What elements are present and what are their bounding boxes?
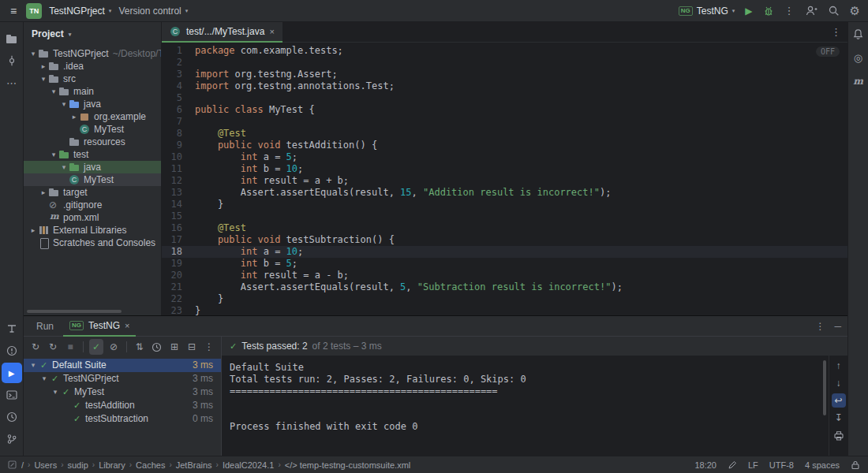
project-tree-item[interactable]: ▾java	[24, 161, 161, 173]
project-toolwindow-button[interactable]	[2, 28, 22, 49]
maven-icon[interactable]: m	[853, 76, 863, 87]
run-button[interactable]: ▶	[745, 6, 752, 16]
code-line[interactable]: 23}	[162, 305, 847, 315]
show-passed-toggle[interactable]: ✓	[89, 339, 103, 355]
code-line[interactable]: 15	[162, 210, 847, 222]
run-panel-options-icon[interactable]: ⋮	[815, 321, 825, 332]
editor-tab-mytest[interactable]: test/.../MyTest.java ×	[162, 22, 282, 43]
edit-pencil-icon[interactable]	[728, 460, 737, 470]
settings-gear-icon[interactable]: ⚙	[850, 5, 860, 17]
tree-chevron-icon[interactable]: ▸	[69, 110, 79, 123]
code-line[interactable]: 2	[162, 57, 847, 69]
vcs-widget[interactable]: Version control ▾	[118, 6, 188, 17]
horizontal-scrollbar[interactable]	[27, 310, 122, 313]
notifications-bell-icon[interactable]	[852, 28, 864, 40]
code-line[interactable]: 20 int result = a - b;	[162, 270, 847, 281]
code-line[interactable]: 19 int b = 5;	[162, 258, 847, 270]
project-selector[interactable]: TestNGPrject ▾	[49, 6, 111, 17]
code-line[interactable]: 22 }	[162, 293, 847, 305]
console-scrollbar[interactable]	[823, 360, 826, 415]
run-config-selector[interactable]: NG TestNG ▾	[679, 6, 735, 17]
breadcrumb-item[interactable]: Caches	[136, 460, 165, 470]
print-button[interactable]	[832, 428, 846, 442]
rerun-tests-button[interactable]: ↻	[28, 339, 43, 355]
breadcrumb-item[interactable]: Library	[99, 460, 125, 470]
code-line[interactable]: 8 @Test	[162, 128, 847, 140]
code-line[interactable]: 18 int a = 10;	[162, 246, 847, 258]
more-actions-button[interactable]: ⋮	[784, 6, 795, 16]
coverage-icon[interactable]: ◎	[854, 52, 862, 64]
project-tree-item[interactable]: MyTest	[24, 173, 161, 186]
code-line[interactable]: 4import org.testng.annotations.Test;	[162, 80, 847, 92]
code-line[interactable]: 1package com.example.tests;	[162, 45, 847, 57]
code-line[interactable]: 5	[162, 92, 847, 104]
hide-panel-icon[interactable]: ─	[834, 321, 841, 332]
breadcrumb-item[interactable]: /	[21, 460, 24, 470]
project-tree-item[interactable]: ▸External Libraries	[24, 224, 161, 236]
project-tree-item[interactable]: ▾TestNGPrject~/Desktop/Te	[24, 47, 161, 60]
breadcrumb-item[interactable]: sudip	[67, 460, 88, 470]
tab-testng[interactable]: NG TestNG ×	[63, 316, 136, 337]
problems-toolwindow-button[interactable]	[2, 341, 22, 361]
test-tree-item[interactable]: ▾✓MyTest3 ms	[24, 385, 221, 399]
test-tree-item[interactable]: ✓testAddition3 ms	[24, 399, 221, 412]
scroll-to-end-button[interactable]: ↧	[832, 411, 846, 425]
scroll-up-button[interactable]: ↑	[832, 359, 846, 373]
rerun-failed-tests-button[interactable]: ↻	[46, 339, 60, 355]
close-tab-icon[interactable]: ×	[125, 321, 129, 330]
project-tree-item[interactable]: pom.xml	[24, 211, 161, 224]
tree-chevron-icon[interactable]: ▾	[49, 85, 58, 98]
run-toolwindow-button[interactable]: ▶	[2, 363, 22, 383]
tree-chevron-icon[interactable]: ▸	[39, 186, 48, 199]
code-line[interactable]: 16 @Test	[162, 222, 847, 234]
breadcrumb-file[interactable]: </>temp-testng-customsuite.xml	[285, 460, 411, 470]
project-tree-item[interactable]: MyTest	[24, 123, 161, 136]
tree-chevron-icon[interactable]: ▾	[51, 385, 60, 399]
tree-chevron-icon[interactable]: ▸	[28, 224, 38, 236]
git-toolwindow-button[interactable]	[2, 429, 22, 449]
project-tree-item[interactable]: Scratches and Consoles	[24, 236, 161, 249]
breadcrumb-item[interactable]: IdealC2024.1	[223, 460, 274, 470]
code-line[interactable]: 13 Assert.assertEquals(result, 15, "Addi…	[162, 187, 847, 199]
more-toolwindows-button[interactable]: ⋯	[2, 73, 22, 93]
close-tab-icon[interactable]: ×	[269, 27, 274, 36]
scroll-down-button[interactable]: ↓	[832, 376, 846, 390]
test-tree-item[interactable]: ✓testSubtraction0 ms	[24, 412, 221, 426]
tab-options-icon[interactable]: ⋮	[831, 26, 841, 38]
code-line[interactable]: 9 public void testAddition() {	[162, 140, 847, 151]
project-tree-item[interactable]: ▸.idea	[24, 60, 161, 73]
project-badge[interactable]: TN	[26, 3, 42, 19]
code-with-me-button[interactable]	[805, 5, 817, 17]
indent-widget[interactable]: 4 spaces	[805, 460, 840, 470]
sort-alphabetically-button[interactable]: ⇅	[133, 339, 147, 355]
stop-button[interactable]: ■	[63, 339, 77, 355]
tree-chevron-icon[interactable]: ▾	[28, 359, 38, 372]
readonly-lock-icon[interactable]	[851, 460, 860, 470]
breadcrumb-item[interactable]: Users	[34, 460, 57, 470]
inspections-widget[interactable]: OFF	[816, 47, 840, 57]
collapse-all-button[interactable]: ⊟	[185, 339, 199, 355]
main-menu-icon[interactable]: ≡	[8, 5, 19, 17]
code-area[interactable]: OFF 1package com.example.tests;23import …	[162, 43, 847, 315]
tree-chevron-icon[interactable]: ▾	[59, 98, 69, 110]
project-tree-item[interactable]: ▾main	[24, 85, 161, 98]
code-line[interactable]: 17 public void testSubtraction() {	[162, 234, 847, 246]
console-output[interactable]: Default SuiteTotal tests run: 2, Passes:…	[222, 356, 829, 456]
tree-chevron-icon[interactable]: ▾	[39, 73, 48, 85]
test-options-icon[interactable]: ⋮	[202, 339, 216, 355]
project-tree-item[interactable]: ▾java	[24, 98, 161, 110]
commit-toolwindow-button[interactable]	[2, 50, 22, 71]
tree-chevron-icon[interactable]: ▸	[39, 60, 48, 73]
project-tree-item[interactable]: ▾test	[24, 148, 161, 161]
tab-run[interactable]: Run	[30, 316, 60, 337]
search-everywhere-button[interactable]	[828, 5, 840, 17]
build-toolwindow-button[interactable]	[2, 318, 22, 339]
encoding-widget[interactable]: UTF-8	[769, 460, 794, 470]
project-tree-item[interactable]: resources	[24, 136, 161, 148]
clock-widget[interactable]: 18:20	[694, 460, 716, 470]
project-tree-item[interactable]: ▾src	[24, 73, 161, 85]
project-tree-item[interactable]: ▸target	[24, 186, 161, 199]
test-tree-item[interactable]: ▾✓Default Suite3 ms	[24, 359, 221, 372]
project-panel-header[interactable]: Project ▾	[24, 22, 161, 46]
expand-all-button[interactable]: ⊞	[167, 339, 181, 355]
